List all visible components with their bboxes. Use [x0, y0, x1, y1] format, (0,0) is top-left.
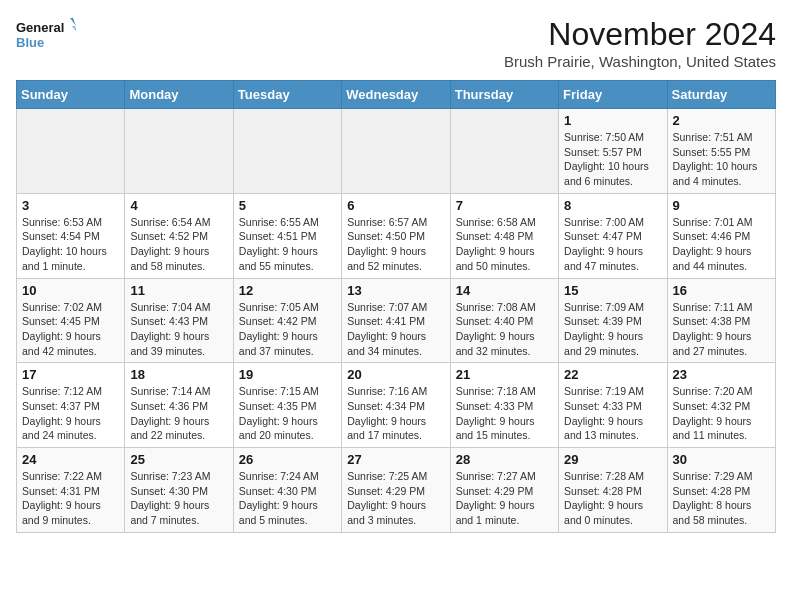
day-number: 16	[673, 283, 770, 298]
calendar-cell: 26Sunrise: 7:24 AM Sunset: 4:30 PM Dayli…	[233, 448, 341, 533]
calendar-cell: 17Sunrise: 7:12 AM Sunset: 4:37 PM Dayli…	[17, 363, 125, 448]
location-subtitle: Brush Prairie, Washington, United States	[504, 53, 776, 70]
calendar-cell	[450, 109, 558, 194]
day-number: 2	[673, 113, 770, 128]
day-info: Sunrise: 7:08 AM Sunset: 4:40 PM Dayligh…	[456, 300, 553, 359]
day-number: 27	[347, 452, 444, 467]
day-number: 3	[22, 198, 119, 213]
day-info: Sunrise: 7:28 AM Sunset: 4:28 PM Dayligh…	[564, 469, 661, 528]
day-number: 24	[22, 452, 119, 467]
calendar-cell	[342, 109, 450, 194]
day-number: 6	[347, 198, 444, 213]
day-number: 20	[347, 367, 444, 382]
calendar-cell: 20Sunrise: 7:16 AM Sunset: 4:34 PM Dayli…	[342, 363, 450, 448]
calendar-cell: 21Sunrise: 7:18 AM Sunset: 4:33 PM Dayli…	[450, 363, 558, 448]
calendar-cell	[17, 109, 125, 194]
day-info: Sunrise: 7:50 AM Sunset: 5:57 PM Dayligh…	[564, 130, 661, 189]
day-info: Sunrise: 6:54 AM Sunset: 4:52 PM Dayligh…	[130, 215, 227, 274]
svg-text:General: General	[16, 20, 64, 35]
day-info: Sunrise: 7:24 AM Sunset: 4:30 PM Dayligh…	[239, 469, 336, 528]
day-number: 4	[130, 198, 227, 213]
day-info: Sunrise: 7:00 AM Sunset: 4:47 PM Dayligh…	[564, 215, 661, 274]
col-header-friday: Friday	[559, 81, 667, 109]
day-info: Sunrise: 7:14 AM Sunset: 4:36 PM Dayligh…	[130, 384, 227, 443]
week-row-4: 17Sunrise: 7:12 AM Sunset: 4:37 PM Dayli…	[17, 363, 776, 448]
day-number: 21	[456, 367, 553, 382]
calendar-cell: 5Sunrise: 6:55 AM Sunset: 4:51 PM Daylig…	[233, 193, 341, 278]
day-number: 22	[564, 367, 661, 382]
day-number: 26	[239, 452, 336, 467]
calendar-cell	[233, 109, 341, 194]
calendar-cell: 13Sunrise: 7:07 AM Sunset: 4:41 PM Dayli…	[342, 278, 450, 363]
day-info: Sunrise: 7:05 AM Sunset: 4:42 PM Dayligh…	[239, 300, 336, 359]
col-header-thursday: Thursday	[450, 81, 558, 109]
day-number: 12	[239, 283, 336, 298]
day-number: 25	[130, 452, 227, 467]
col-header-saturday: Saturday	[667, 81, 775, 109]
col-header-sunday: Sunday	[17, 81, 125, 109]
day-info: Sunrise: 6:58 AM Sunset: 4:48 PM Dayligh…	[456, 215, 553, 274]
calendar-cell: 9Sunrise: 7:01 AM Sunset: 4:46 PM Daylig…	[667, 193, 775, 278]
calendar-cell: 22Sunrise: 7:19 AM Sunset: 4:33 PM Dayli…	[559, 363, 667, 448]
day-number: 5	[239, 198, 336, 213]
day-info: Sunrise: 7:01 AM Sunset: 4:46 PM Dayligh…	[673, 215, 770, 274]
calendar-table: SundayMondayTuesdayWednesdayThursdayFrid…	[16, 80, 776, 533]
week-row-3: 10Sunrise: 7:02 AM Sunset: 4:45 PM Dayli…	[17, 278, 776, 363]
day-info: Sunrise: 7:07 AM Sunset: 4:41 PM Dayligh…	[347, 300, 444, 359]
day-number: 28	[456, 452, 553, 467]
week-row-2: 3Sunrise: 6:53 AM Sunset: 4:54 PM Daylig…	[17, 193, 776, 278]
day-info: Sunrise: 7:11 AM Sunset: 4:38 PM Dayligh…	[673, 300, 770, 359]
day-number: 8	[564, 198, 661, 213]
day-info: Sunrise: 6:57 AM Sunset: 4:50 PM Dayligh…	[347, 215, 444, 274]
day-info: Sunrise: 7:27 AM Sunset: 4:29 PM Dayligh…	[456, 469, 553, 528]
col-header-monday: Monday	[125, 81, 233, 109]
calendar-cell: 19Sunrise: 7:15 AM Sunset: 4:35 PM Dayli…	[233, 363, 341, 448]
logo-svg: General Blue	[16, 16, 76, 52]
calendar-cell: 8Sunrise: 7:00 AM Sunset: 4:47 PM Daylig…	[559, 193, 667, 278]
logo: General Blue	[16, 16, 76, 52]
day-number: 7	[456, 198, 553, 213]
day-info: Sunrise: 7:22 AM Sunset: 4:31 PM Dayligh…	[22, 469, 119, 528]
calendar-cell: 23Sunrise: 7:20 AM Sunset: 4:32 PM Dayli…	[667, 363, 775, 448]
calendar-cell: 11Sunrise: 7:04 AM Sunset: 4:43 PM Dayli…	[125, 278, 233, 363]
day-number: 11	[130, 283, 227, 298]
day-info: Sunrise: 7:16 AM Sunset: 4:34 PM Dayligh…	[347, 384, 444, 443]
day-info: Sunrise: 7:19 AM Sunset: 4:33 PM Dayligh…	[564, 384, 661, 443]
calendar-cell: 18Sunrise: 7:14 AM Sunset: 4:36 PM Dayli…	[125, 363, 233, 448]
day-info: Sunrise: 7:23 AM Sunset: 4:30 PM Dayligh…	[130, 469, 227, 528]
day-number: 15	[564, 283, 661, 298]
day-info: Sunrise: 6:53 AM Sunset: 4:54 PM Dayligh…	[22, 215, 119, 274]
day-info: Sunrise: 7:15 AM Sunset: 4:35 PM Dayligh…	[239, 384, 336, 443]
day-number: 14	[456, 283, 553, 298]
svg-marker-2	[70, 18, 76, 26]
calendar-cell: 2Sunrise: 7:51 AM Sunset: 5:55 PM Daylig…	[667, 109, 775, 194]
day-info: Sunrise: 7:20 AM Sunset: 4:32 PM Dayligh…	[673, 384, 770, 443]
calendar-cell: 29Sunrise: 7:28 AM Sunset: 4:28 PM Dayli…	[559, 448, 667, 533]
calendar-cell: 16Sunrise: 7:11 AM Sunset: 4:38 PM Dayli…	[667, 278, 775, 363]
calendar-cell: 6Sunrise: 6:57 AM Sunset: 4:50 PM Daylig…	[342, 193, 450, 278]
calendar-cell: 12Sunrise: 7:05 AM Sunset: 4:42 PM Dayli…	[233, 278, 341, 363]
col-header-wednesday: Wednesday	[342, 81, 450, 109]
calendar-cell: 28Sunrise: 7:27 AM Sunset: 4:29 PM Dayli…	[450, 448, 558, 533]
day-info: Sunrise: 7:18 AM Sunset: 4:33 PM Dayligh…	[456, 384, 553, 443]
day-info: Sunrise: 7:12 AM Sunset: 4:37 PM Dayligh…	[22, 384, 119, 443]
day-info: Sunrise: 7:09 AM Sunset: 4:39 PM Dayligh…	[564, 300, 661, 359]
day-number: 10	[22, 283, 119, 298]
month-title: November 2024	[504, 16, 776, 53]
day-number: 29	[564, 452, 661, 467]
title-area: November 2024 Brush Prairie, Washington,…	[504, 16, 776, 70]
day-info: Sunrise: 6:55 AM Sunset: 4:51 PM Dayligh…	[239, 215, 336, 274]
calendar-cell: 27Sunrise: 7:25 AM Sunset: 4:29 PM Dayli…	[342, 448, 450, 533]
calendar-cell: 4Sunrise: 6:54 AM Sunset: 4:52 PM Daylig…	[125, 193, 233, 278]
calendar-cell: 24Sunrise: 7:22 AM Sunset: 4:31 PM Dayli…	[17, 448, 125, 533]
calendar-cell: 10Sunrise: 7:02 AM Sunset: 4:45 PM Dayli…	[17, 278, 125, 363]
day-number: 9	[673, 198, 770, 213]
day-info: Sunrise: 7:25 AM Sunset: 4:29 PM Dayligh…	[347, 469, 444, 528]
day-number: 17	[22, 367, 119, 382]
calendar-cell: 14Sunrise: 7:08 AM Sunset: 4:40 PM Dayli…	[450, 278, 558, 363]
day-number: 19	[239, 367, 336, 382]
calendar-cell: 25Sunrise: 7:23 AM Sunset: 4:30 PM Dayli…	[125, 448, 233, 533]
day-info: Sunrise: 7:29 AM Sunset: 4:28 PM Dayligh…	[673, 469, 770, 528]
calendar-cell: 3Sunrise: 6:53 AM Sunset: 4:54 PM Daylig…	[17, 193, 125, 278]
calendar-cell: 15Sunrise: 7:09 AM Sunset: 4:39 PM Dayli…	[559, 278, 667, 363]
